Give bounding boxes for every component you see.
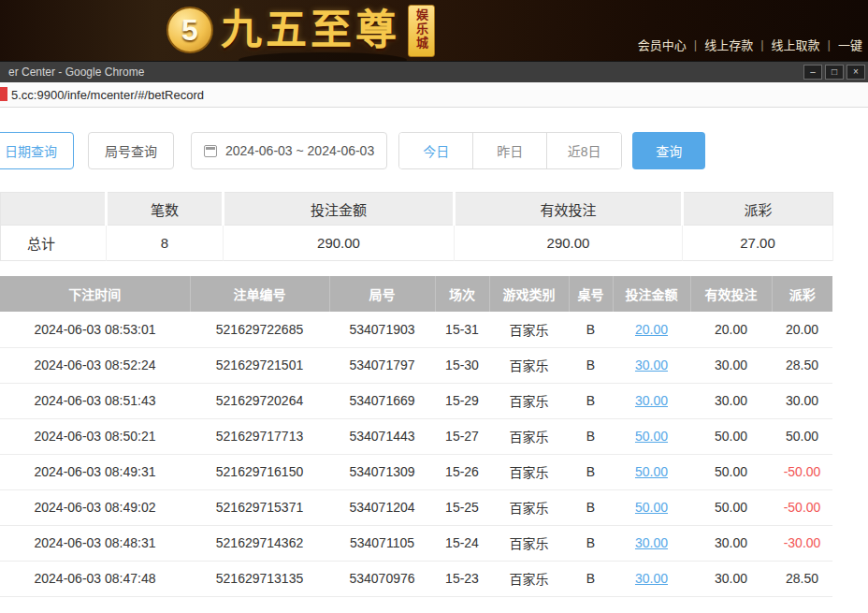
cell-session: 15-31: [435, 312, 489, 347]
bet-amount-link[interactable]: 30.00: [635, 358, 668, 372]
header-bet-time: 下注时间: [0, 276, 190, 312]
bet-table-header-row: 下注时间 注单编号 局号 场次 游戏类别 桌号 投注金额 有效投注 派彩: [0, 276, 832, 312]
cell-table-no: B: [569, 383, 613, 418]
header-round-id: 局号: [329, 276, 435, 312]
cell-bet-amount: 30.00: [613, 383, 690, 418]
bet-amount-link[interactable]: 30.00: [635, 393, 668, 408]
cell-bet-time: 2024-06-03 08:53:01: [0, 312, 190, 347]
cell-round-id: 534071204: [329, 489, 435, 525]
cell-table-no: B: [569, 347, 613, 383]
summary-header-bet-amount: 投注金额: [224, 193, 455, 226]
cell-bet-id: 521629717713: [190, 418, 329, 454]
table-row: 2024-06-03 08:49:02 521629715371 5340712…: [0, 489, 832, 525]
cell-bet-time: 2024-06-03 08:47:48: [0, 561, 190, 596]
nav-separator: |: [828, 37, 831, 51]
cell-session: 15-30: [435, 347, 489, 383]
cell-bet-id: 521629722685: [190, 312, 329, 347]
favicon-fragment: [0, 87, 7, 101]
bet-amount-link[interactable]: 50.00: [635, 429, 668, 444]
minimize-button[interactable]: –: [803, 65, 822, 80]
cell-table-no: B: [569, 561, 613, 596]
filter-bar: 日期查询 局号查询 2024-06-03 ~ 2024-06-03 今日 昨日 …: [0, 108, 868, 169]
maximize-button[interactable]: □: [825, 65, 844, 80]
tab-round-query[interactable]: 局号查询: [88, 132, 174, 169]
cell-bet-time: 2024-06-03 08:50:21: [0, 418, 190, 454]
summary-bet-amount-value: 290.00: [224, 226, 455, 261]
header-game-type: 游戏类别: [489, 276, 569, 312]
nav-online-deposit[interactable]: 线上存款: [704, 36, 753, 53]
cell-bet-amount: 30.00: [613, 525, 690, 561]
url-text[interactable]: 5.cc:9900/infe/mcenter/#/betRecord: [0, 88, 204, 102]
logo-text: 九五至尊: [221, 2, 400, 58]
nav-online-withdraw[interactable]: 线上取款: [772, 36, 820, 53]
cell-game-type: 百家乐: [489, 454, 569, 489]
summary-header-payout: 派彩: [683, 193, 833, 226]
cell-session: 15-26: [435, 454, 489, 489]
cell-session: 15-24: [435, 525, 489, 561]
date-range-input[interactable]: 2024-06-03 ~ 2024-06-03: [191, 132, 387, 169]
summary-header-row: 笔数 投注金额 有效投注 派彩: [1, 193, 833, 226]
cell-bet-time: 2024-06-03 08:48:31: [0, 525, 190, 561]
cell-bet-amount: 50.00: [613, 454, 690, 489]
cell-round-id: 534071443: [329, 418, 435, 454]
site-logo: 5 九五至尊 娱乐城: [166, 2, 435, 58]
bet-amount-link[interactable]: 50.00: [635, 500, 668, 515]
summary-count-value: 8: [107, 226, 224, 261]
nav-one-key[interactable]: 一键: [838, 36, 862, 53]
summary-header-valid-bet: 有效投注: [455, 193, 683, 226]
cell-game-type: 百家乐: [489, 347, 569, 383]
summary-valid-bet-value: 290.00: [455, 226, 683, 261]
cell-bet-amount: 30.00: [613, 347, 690, 383]
cell-session: 15-29: [435, 383, 489, 418]
summary-table: 笔数 投注金额 有效投注 派彩 总计 8 290.00 290.00 27.00: [0, 192, 833, 261]
cell-session: 15-23: [435, 561, 489, 596]
screen: 5 九五至尊 娱乐城 会员中心 | 线上存款 | 线上取款 | 一键 er Ce…: [0, 0, 868, 613]
browser-urlbar: 5.cc:9900/infe/mcenter/#/betRecord: [0, 82, 868, 108]
table-row: 2024-06-03 08:48:31 521629714362 5340711…: [0, 525, 832, 561]
quick-today-button[interactable]: 今日: [399, 133, 473, 168]
header-table-no: 桌号: [569, 276, 613, 312]
cell-round-id: 534071669: [329, 383, 435, 418]
header-bet-amount: 投注金额: [613, 276, 690, 312]
search-button[interactable]: 查询: [632, 132, 705, 169]
bet-table-body: 2024-06-03 08:53:01 521629722685 5340719…: [0, 312, 832, 596]
cell-game-type: 百家乐: [489, 561, 569, 596]
bet-record-page: 日期查询 局号查询 2024-06-03 ~ 2024-06-03 今日 昨日 …: [0, 108, 868, 597]
quick-yesterday-button[interactable]: 昨日: [473, 133, 547, 168]
header-bet-id: 注单编号: [190, 276, 329, 312]
cell-payout: -30.00: [772, 525, 832, 561]
tab-date-query[interactable]: 日期查询: [0, 132, 74, 169]
close-button[interactable]: ×: [846, 65, 865, 80]
cell-round-id: 534071903: [329, 312, 435, 347]
cell-bet-id: 521629713135: [190, 561, 329, 596]
header-valid-bet: 有效投注: [690, 276, 772, 312]
bet-amount-link[interactable]: 30.00: [635, 571, 668, 586]
bet-amount-link[interactable]: 50.00: [635, 464, 668, 479]
bet-amount-link[interactable]: 30.00: [635, 535, 668, 550]
header-session: 场次: [435, 276, 489, 312]
cell-table-no: B: [569, 489, 613, 525]
cell-game-type: 百家乐: [489, 383, 569, 418]
cell-valid-bet: 50.00: [690, 418, 772, 454]
cell-payout: 30.00: [772, 383, 832, 418]
nav-member-center[interactable]: 会员中心: [638, 36, 687, 53]
cell-bet-id: 521629721501: [190, 347, 329, 383]
nav-separator: |: [694, 37, 697, 51]
table-row: 2024-06-03 08:47:48 521629713135 5340709…: [0, 561, 832, 596]
cell-bet-id: 521629715371: [190, 489, 329, 525]
table-row: 2024-06-03 08:51:43 521629720264 5340716…: [0, 383, 832, 418]
summary-total-label: 总计: [1, 226, 107, 261]
cell-session: 15-27: [435, 418, 489, 454]
nav-separator: |: [760, 37, 763, 51]
table-row: 2024-06-03 08:53:01 521629722685 5340719…: [0, 312, 832, 347]
cell-table-no: B: [569, 525, 613, 561]
cell-valid-bet: 30.00: [690, 347, 772, 383]
calendar-icon: [204, 145, 217, 157]
quick-last8days-button[interactable]: 近8日: [547, 133, 621, 168]
cell-payout: -50.00: [772, 454, 832, 489]
bet-amount-link[interactable]: 20.00: [635, 322, 668, 337]
cell-payout: 28.50: [772, 347, 832, 383]
cell-game-type: 百家乐: [489, 525, 569, 561]
cell-bet-time: 2024-06-03 08:51:43: [0, 383, 190, 418]
cell-game-type: 百家乐: [489, 418, 569, 454]
